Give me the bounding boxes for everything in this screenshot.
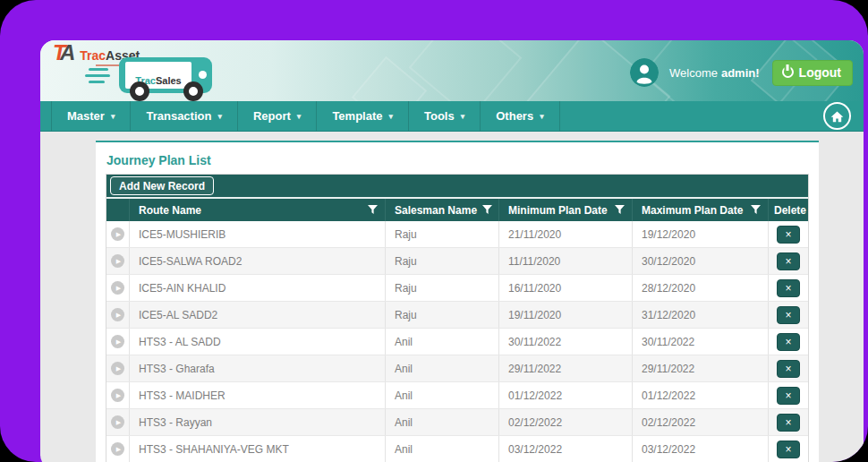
speed-lines-icon [89, 81, 105, 83]
nav-item-others[interactable]: Others▾ [481, 101, 559, 131]
purple-frame: TA TracAsset TracSales [0, 0, 868, 462]
column-header-salesman-name: Salesman Name [385, 199, 498, 221]
dropdown-caret-icon: ▾ [540, 112, 544, 121]
cell-salesman-name: Anil [385, 382, 498, 408]
table-row: ▶HTS3 - AL SADDAnil30/11/202230/11/2022× [106, 329, 808, 355]
cell-salesman-name: Anil [385, 409, 498, 435]
home-icon[interactable] [823, 102, 851, 130]
nav-item-transaction[interactable]: Transaction▾ [131, 101, 238, 131]
cell-salesman-name: Raju [385, 221, 498, 247]
table-row: ▶HTS3 - SHAHANIYA-VEG MKTAnil03/12/20220… [106, 436, 808, 462]
cell-maximum-plan-date: 02/12/2022 [632, 409, 768, 435]
cell-minimum-plan-date: 29/11/2022 [498, 355, 632, 381]
cell-salesman-name: Anil [385, 329, 498, 355]
dropdown-caret-icon: ▾ [388, 112, 393, 121]
wheel-icon [130, 81, 149, 101]
cell-maximum-plan-date: 01/12/2022 [632, 382, 768, 408]
cell-route-name: HTS3 - AL SADD [129, 329, 385, 355]
table-row: ▶HTS3 - MAIDHERAnil01/12/202201/12/2022× [106, 382, 808, 409]
delete-row-button[interactable]: × [777, 360, 800, 378]
truck-knob [199, 71, 207, 79]
cell-minimum-plan-date: 30/11/2022 [498, 329, 632, 355]
nav-item-template[interactable]: Template▾ [317, 101, 409, 131]
cell-minimum-plan-date: 03/12/2022 [498, 436, 632, 462]
app-header: TA TracAsset TracSales [40, 40, 864, 101]
delete-row-button[interactable]: × [777, 306, 800, 324]
cell-salesman-name: Anil [385, 355, 498, 381]
cell-salesman-name: Raju [385, 248, 498, 274]
delete-row-button[interactable]: × [777, 226, 800, 244]
expand-row-icon[interactable]: ▶ [111, 281, 124, 295]
expand-row-icon[interactable]: ▶ [111, 254, 124, 268]
table-row: ▶ICE5-AL SADD2Raju19/11/202031/12/2020× [106, 302, 808, 329]
cell-salesman-name: Anil [385, 436, 498, 462]
cell-route-name: HTS3 - Rayyan [129, 409, 385, 435]
cell-maximum-plan-date: 29/11/2022 [632, 355, 768, 381]
power-icon [782, 66, 794, 78]
delete-row-button[interactable]: × [777, 333, 800, 351]
expand-row-icon[interactable]: ▶ [111, 389, 124, 402]
delete-row-button[interactable]: × [777, 414, 800, 432]
cell-maximum-plan-date: 03/12/2022 [632, 436, 768, 462]
add-new-record-button[interactable]: Add New Record [110, 176, 214, 195]
cell-maximum-plan-date: 28/12/2020 [632, 275, 768, 301]
cell-maximum-plan-date: 19/12/2020 [632, 221, 768, 247]
welcome-text: Welcomeadmin! [669, 66, 760, 80]
cell-route-name: ICE5-AL SADD2 [129, 302, 385, 328]
dropdown-caret-icon: ▾ [111, 112, 115, 121]
truck-logo-icon: TracSales [89, 57, 223, 100]
table-row: ▶ICE5-SALWA ROAD2Raju11/11/202030/12/202… [106, 248, 808, 275]
expand-row-icon[interactable]: ▶ [111, 442, 124, 456]
column-header-expand [106, 199, 129, 221]
cell-minimum-plan-date: 16/11/2020 [498, 275, 632, 301]
delete-row-button[interactable]: × [777, 441, 800, 458]
nav-item-report[interactable]: Report▾ [238, 101, 317, 131]
cell-minimum-plan-date: 02/12/2022 [498, 409, 632, 435]
tracasset-monogram-icon: TA [53, 43, 71, 63]
cell-route-name: HTS3 - MAIDHER [129, 382, 385, 408]
table-row: ▶ICE5-AIN KHALIDRaju16/11/202028/12/2020… [106, 275, 808, 302]
filter-icon[interactable] [368, 205, 378, 215]
nav-item-tools[interactable]: Tools▾ [409, 101, 481, 131]
filter-icon[interactable] [751, 205, 761, 215]
cell-minimum-plan-date: 11/11/2020 [498, 248, 632, 274]
speed-lines-icon [89, 68, 108, 71]
column-header-delete: Delete [768, 199, 808, 221]
filter-icon[interactable] [482, 205, 492, 215]
expand-row-icon[interactable]: ▶ [111, 362, 124, 375]
table-row: ▶HTS3 - RayyanAnil02/12/202202/12/2022× [106, 409, 808, 436]
expand-row-icon[interactable]: ▶ [111, 308, 124, 321]
cell-minimum-plan-date: 01/12/2022 [498, 382, 632, 408]
nav-items: Master▾Transaction▾Report▾Template▾Tools… [40, 101, 864, 131]
brand-logo: TA TracAsset TracSales [53, 43, 241, 100]
delete-row-button[interactable]: × [777, 252, 800, 270]
user-avatar-icon [630, 58, 659, 87]
column-header-maximum-plan-date: Maximum Plan Date [632, 199, 768, 221]
cell-route-name: ICE5-MUSHIERIB [129, 221, 385, 247]
delete-row-button[interactable]: × [777, 279, 800, 297]
grid-toolbar: Add New Record [106, 175, 808, 199]
nav-item-master[interactable]: Master▾ [51, 101, 131, 131]
wheel-icon [183, 81, 203, 101]
table-row: ▶HTS3 - GharafaAnil29/11/202229/11/2022× [106, 355, 808, 382]
speed-lines-icon [85, 74, 110, 77]
cell-minimum-plan-date: 21/11/2020 [498, 221, 632, 247]
filter-icon[interactable] [615, 205, 625, 215]
delete-row-button[interactable]: × [777, 387, 800, 405]
expand-row-icon[interactable]: ▶ [111, 227, 124, 241]
logout-button[interactable]: Logout [772, 60, 853, 86]
cell-route-name: ICE5-AIN KHALID [129, 275, 385, 301]
cell-salesman-name: Raju [385, 275, 498, 301]
table-header-row: Route NameSalesman NameMinimum Plan Date… [106, 199, 808, 221]
cell-maximum-plan-date: 30/12/2020 [632, 248, 768, 274]
app-window: TA TracAsset TracSales [40, 40, 864, 462]
table-row: ▶ICE5-MUSHIERIBRaju21/11/202019/12/2020× [106, 221, 808, 248]
cell-route-name: ICE5-SALWA ROAD2 [129, 248, 385, 274]
dropdown-caret-icon: ▾ [217, 112, 222, 121]
expand-row-icon[interactable]: ▶ [111, 335, 124, 348]
cell-route-name: HTS3 - SHAHANIYA-VEG MKT [129, 436, 385, 462]
cell-route-name: HTS3 - Gharafa [129, 355, 385, 381]
cell-maximum-plan-date: 31/12/2020 [632, 302, 768, 328]
cell-minimum-plan-date: 19/11/2020 [498, 302, 632, 328]
expand-row-icon[interactable]: ▶ [111, 415, 124, 429]
